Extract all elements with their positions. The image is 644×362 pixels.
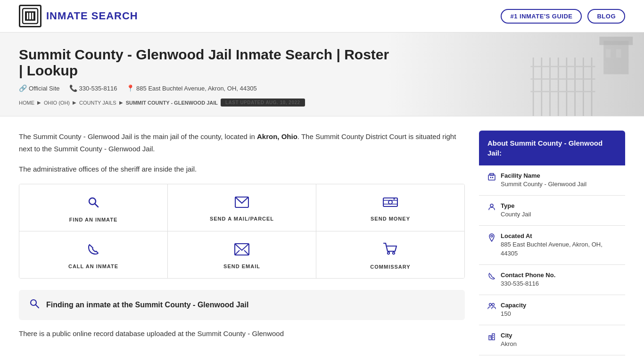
send-email-cell[interactable]: SEND EMAIL: [168, 231, 316, 278]
info-row-type: Type County Jail: [479, 196, 625, 226]
contact-phone-icon: [487, 272, 496, 282]
find-inmate-label: FIND AN INMATE: [69, 217, 118, 222]
svg-rect-8: [599, 37, 633, 45]
svg-point-33: [388, 252, 389, 254]
svg-rect-48: [493, 335, 494, 336]
svg-point-44: [492, 303, 495, 305]
capacity-content: Capacity 150: [501, 302, 526, 318]
find-section-icon: [29, 298, 40, 312]
svg-rect-46: [492, 334, 495, 340]
send-mail-label: SEND A MAIL/PARCEL: [210, 216, 274, 222]
action-row-1: FIND AN INMATE SEND A MAIL/PARCEL: [19, 184, 464, 231]
main-content: The Summit County - Glenwood Jail is the…: [19, 131, 465, 362]
svg-point-42: [491, 235, 493, 237]
find-inmate-cell[interactable]: FIND AN INMATE: [19, 184, 168, 231]
breadcrumb-home[interactable]: HOME: [19, 100, 34, 106]
logo-text: INMATE SEARCH: [46, 10, 138, 22]
header-nav: #1 INMATE'S GUIDE BLOG: [501, 9, 625, 24]
svg-point-34: [393, 252, 395, 254]
call-inmate-cell[interactable]: CALL AN INMATE: [19, 231, 168, 278]
logo-icon: [19, 5, 41, 27]
location-content: Located At 885 East Buchtel Avenue, Akro…: [501, 232, 617, 257]
type-content: Type County Jail: [501, 202, 531, 219]
location-label: Located At: [501, 232, 617, 239]
svg-rect-6: [31, 13, 32, 19]
svg-point-35: [31, 300, 36, 305]
phone-link[interactable]: 📞 330-535-8116: [69, 84, 117, 92]
send-mail-cell[interactable]: SEND A MAIL/PARCEL: [168, 184, 316, 231]
svg-rect-9: [606, 49, 611, 58]
send-mail-icon: [235, 197, 249, 211]
svg-rect-40: [492, 177, 493, 178]
call-inmate-icon: [87, 243, 99, 259]
action-grid: FIND AN INMATE SEND A MAIL/PARCEL: [19, 184, 465, 279]
svg-rect-4: [25, 19, 35, 21]
send-money-cell[interactable]: SEND MONEY: [316, 184, 464, 231]
svg-rect-10: [616, 49, 621, 58]
facility-name-icon: [487, 173, 496, 182]
svg-line-32: [244, 250, 249, 255]
breadcrumb-current: SUMMIT COUNTY - GLENWOOD JAIL: [126, 100, 218, 106]
facility-name-label: Facility Name: [501, 172, 586, 179]
send-money-label: SEND MONEY: [371, 216, 410, 222]
phone-value: 330-535-8116: [501, 280, 555, 288]
info-row-location: Located At 885 East Buchtel Avenue, Akro…: [479, 226, 625, 264]
inmates-guide-button[interactable]: #1 INMATE'S GUIDE: [501, 9, 582, 24]
action-row-2: CALL AN INMATE SEND EMAIL: [19, 231, 464, 278]
phone-content: Contact Phone No. 330-535-8116: [501, 272, 555, 288]
type-icon: [487, 203, 496, 213]
location-icon: 📍: [126, 84, 134, 92]
type-value: County Jail: [501, 210, 531, 219]
breadcrumb-sep-1: ▶: [37, 100, 41, 105]
breadcrumb-county-jails[interactable]: COUNTY JAILS: [79, 100, 116, 106]
send-money-icon: [383, 197, 398, 211]
commissary-label: COMMISSARY: [370, 264, 410, 270]
svg-point-26: [388, 200, 392, 204]
link-icon: 🔗: [19, 84, 27, 92]
svg-rect-49: [493, 337, 494, 338]
svg-rect-19: [530, 66, 595, 67]
facility-name-content: Facility Name Summit County - Glenwood J…: [501, 172, 586, 189]
type-label: Type: [501, 202, 531, 209]
hero-section: Summit County - Glenwood Jail Inmate Sea…: [0, 33, 644, 116]
capacity-value: 150: [501, 310, 526, 318]
description-1: The Summit County - Glenwood Jail is the…: [19, 131, 465, 155]
sidebar-body: Facility Name Summit County - Glenwood J…: [479, 165, 625, 362]
svg-rect-39: [490, 177, 491, 178]
info-row-phone: Contact Phone No. 330-535-8116: [479, 265, 625, 295]
city-label: City: [501, 332, 517, 339]
capacity-icon: [487, 303, 496, 311]
facility-name-value: Summit County - Glenwood Jail: [501, 180, 586, 189]
breadcrumb-ohio[interactable]: OHIO (OH): [44, 100, 70, 106]
svg-rect-38: [490, 173, 494, 175]
header: INMATE SEARCH #1 INMATE'S GUIDE BLOG: [0, 0, 644, 33]
page-title: Summit County - Glenwood Jail Inmate Sea…: [19, 47, 396, 79]
call-inmate-label: CALL AN INMATE: [68, 263, 118, 269]
info-row-capacity: Capacity 150: [479, 295, 625, 325]
find-inmate-section: Finding an inmate at the Summit County -…: [19, 290, 465, 320]
last-updated-badge: LAST UPDATED AUG. 10, 2022: [221, 99, 305, 107]
info-row-facility-name: Facility Name Summit County - Glenwood J…: [479, 165, 625, 196]
svg-line-23: [95, 204, 99, 207]
info-row-zip: ZIP Code 44305: [479, 355, 625, 362]
official-site-link[interactable]: 🔗 Official Site: [19, 84, 60, 92]
sidebar-header: About Summit County - Glenwood Jail:: [479, 131, 625, 165]
sidebar: About Summit County - Glenwood Jail: Fac…: [479, 131, 625, 362]
svg-rect-5: [28, 13, 29, 19]
phone-icon: 📞: [69, 84, 77, 92]
breadcrumb-sep-2: ▶: [73, 100, 76, 105]
send-email-icon: [234, 243, 249, 259]
description-2: The administrative offices of the sherif…: [19, 163, 465, 175]
public-record-text: There is a public online record database…: [19, 328, 465, 340]
svg-rect-0: [23, 8, 38, 24]
commissary-cell[interactable]: COMMISSARY: [316, 231, 464, 278]
main-layout: The Summit County - Glenwood Jail is the…: [0, 116, 644, 362]
svg-point-43: [489, 303, 492, 305]
city-value: Akron: [501, 340, 517, 348]
location-value: 885 East Buchtel Avenue, Akron, OH, 4430…: [501, 240, 617, 257]
capacity-label: Capacity: [501, 302, 526, 309]
sidebar-card: About Summit County - Glenwood Jail: Fac…: [479, 131, 625, 362]
find-inmate-icon: [87, 196, 100, 212]
blog-button[interactable]: BLOG: [587, 9, 625, 24]
svg-line-31: [235, 250, 239, 255]
